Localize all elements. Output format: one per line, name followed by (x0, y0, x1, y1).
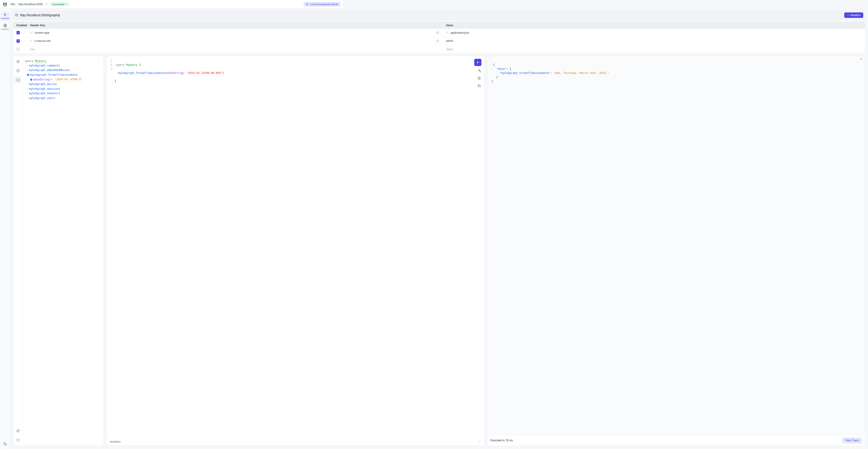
status-text: Connected (52, 3, 64, 6)
tree-field[interactable]: ▸mySubgraph_embeddedMovies (25, 68, 101, 72)
svg-rect-3 (306, 3, 308, 5)
header-row: content-type application/json (13, 29, 343, 37)
pencil-icon[interactable] (45, 3, 48, 6)
lock-icon (30, 31, 33, 34)
chevron-right-icon: ▸ (27, 92, 28, 95)
lock-icon (30, 39, 33, 42)
rail-graphiql-label: GraphiQL (1, 17, 9, 20)
header-key: x-hasura-role (35, 39, 51, 42)
header-key-placeholder[interactable]: Key (30, 48, 35, 51)
svg-point-1 (4, 4, 4, 4)
explorer-toolbar (13, 56, 23, 177)
hasura-logo (2, 2, 8, 7)
checkbox[interactable] (17, 48, 20, 51)
editor-body[interactable]: 1 2 3 ▾query MyQuery { mySubgraph_format… (106, 56, 343, 177)
header-key: content-type (35, 31, 50, 34)
query-editor: 1 2 3 ▾query MyQuery { mySubgraph_format… (106, 56, 343, 177)
endpoint-bar: Headers (13, 11, 343, 20)
tree-field[interactable]: ▸mySubgraph_users (25, 96, 101, 100)
col-key: Header Key (30, 24, 343, 27)
url-label: URL: (10, 3, 16, 6)
tree-field[interactable]: ▸mySubgraph_movies (25, 82, 101, 86)
query-keyword: query (25, 59, 33, 63)
endpoint-input[interactable] (20, 13, 343, 17)
tree-field[interactable]: ▸mySubgraph_sessions (25, 87, 101, 91)
window-icon (15, 13, 18, 17)
left-rail: GraphiQL Explorer (0, 8, 10, 177)
headers-table-head: Enabled Header Key Value (13, 22, 343, 29)
headers-card: Enabled Header Key Value content-type ap… (13, 22, 343, 54)
rail-explorer[interactable]: Explorer (1, 22, 10, 32)
check-icon: ✓ (65, 3, 67, 6)
explorer-body[interactable]: query MyQuery ▸mySubgraph_comments ▸mySu… (23, 56, 103, 177)
editor-code[interactable]: ▾query MyQuery { mySubgraph_formatTimezo… (115, 59, 343, 91)
checkbox[interactable] (17, 31, 20, 34)
chevron-right-icon: ▸ (27, 83, 28, 86)
tree-field[interactable]: ▸mySubgraph_comments (25, 63, 101, 68)
header-row-empty: Key Value (13, 45, 343, 53)
check-circle-icon (30, 79, 32, 81)
svg-point-0 (4, 3, 6, 6)
check-circle-icon (27, 74, 29, 76)
query-name[interactable]: MyQuery (35, 59, 46, 63)
chevron-right-icon: ▸ (27, 64, 28, 67)
tree-field[interactable]: ▸mySubgraph_theaters (25, 91, 101, 96)
connection-status: Connected ✓ (50, 2, 69, 6)
svg-point-2 (5, 4, 6, 4)
tree-field-active[interactable]: mySubgraph_formatTimezoneDate (25, 72, 101, 77)
fold-icon[interactable]: ▾ (115, 64, 116, 67)
chevron-right-icon: ▸ (27, 68, 28, 72)
history-icon[interactable] (15, 67, 22, 74)
col-enabled: Enabled (17, 24, 30, 27)
dev-mode-badge: Local Development Mode (304, 2, 340, 6)
dev-mode-text: Local Development Mode (310, 3, 338, 6)
rail-graphiql[interactable]: GraphiQL (1, 11, 10, 21)
chevron-right-icon: ▸ (27, 87, 28, 90)
header-row: x-hasura-role admin (13, 37, 343, 46)
explorer-panel: query MyQuery ▸mySubgraph_comments ▸mySu… (13, 56, 103, 177)
topbar: URL: http://localhost:3000 Connected ✓ L… (0, 0, 343, 8)
workspace: query MyQuery ▸mySubgraph_comments ▸mySu… (13, 56, 343, 177)
svg-marker-4 (4, 14, 6, 16)
url-value: http://localhost:3000 (18, 3, 42, 6)
line-gutter: 1 2 3 (108, 59, 112, 71)
rail-explorer-label: Explorer (1, 28, 9, 30)
docs-icon[interactable] (15, 58, 22, 65)
folder-icon[interactable] (15, 77, 22, 83)
main: Headers Enabled Header Key Value content… (10, 8, 343, 177)
tree-arg[interactable]: dateString*:"2024-03-14T08:0" (25, 77, 101, 82)
chevron-right-icon: ▸ (27, 96, 28, 100)
checkbox[interactable] (17, 39, 20, 43)
